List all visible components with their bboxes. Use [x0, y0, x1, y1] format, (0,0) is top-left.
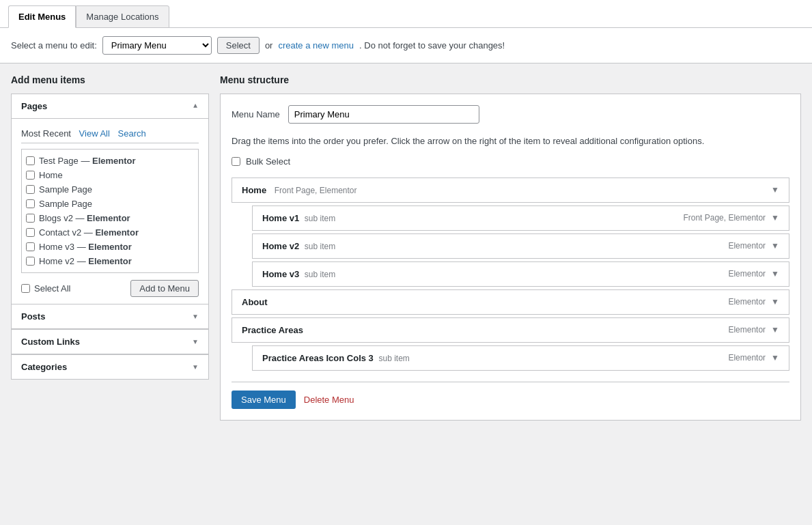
add-to-menu-button[interactable]: Add to Menu: [130, 280, 199, 297]
tab-most-recent[interactable]: Most Recent: [21, 126, 76, 143]
page-label-3[interactable]: Sample Page: [39, 199, 92, 209]
left-panel: Add menu items Pages ▼ Most Recent View …: [11, 74, 209, 421]
menu-name-input[interactable]: [288, 105, 479, 124]
home-v3-expand-icon[interactable]: ▼: [771, 269, 779, 279]
sub-item-home-v1-label: sub item: [305, 214, 335, 223]
posts-chevron-icon: ▼: [192, 313, 199, 320]
sub-item-practice-icon-left: Practice Areas Icon Cols 3 sub item: [262, 353, 410, 363]
posts-accordion-header[interactable]: Posts ▼: [12, 304, 208, 329]
about-type: Elementor: [728, 297, 766, 307]
list-item: Home: [25, 168, 195, 182]
menu-name-row: Menu Name: [232, 105, 789, 124]
tab-view-all[interactable]: View All: [76, 126, 115, 143]
menu-item-practice-areas-name: Practice Areas: [242, 325, 303, 335]
sub-item-home-v2[interactable]: Home v2 sub item Elementor ▼: [252, 233, 789, 259]
page-checkbox-1[interactable]: [26, 171, 35, 180]
list-item: Home v2 — Elementor: [25, 254, 195, 268]
menu-item-about[interactable]: About Elementor ▼: [232, 289, 789, 315]
menu-structure-box: Menu Name Drag the items into the order …: [220, 94, 801, 421]
pages-content: Most Recent View All Search Test Page — …: [12, 119, 208, 304]
page-label-1[interactable]: Home: [39, 170, 63, 180]
menu-item-practice-areas-left: Practice Areas: [242, 325, 303, 335]
sub-item-home-v2-left: Home v2 sub item: [262, 241, 335, 251]
menu-dropdown[interactable]: Primary Menu: [102, 36, 212, 55]
main-layout: Add menu items Pages ▼ Most Recent View …: [0, 63, 812, 431]
custom-links-chevron-icon: ▼: [192, 338, 199, 345]
page-label-7[interactable]: Home v2 — Elementor: [39, 256, 132, 266]
sub-item-home-v3[interactable]: Home v3 sub item Elementor ▼: [252, 261, 789, 287]
save-menu-button[interactable]: Save Menu: [232, 391, 296, 409]
or-text: or: [265, 40, 273, 51]
about-expand-icon[interactable]: ▼: [771, 297, 779, 307]
bulk-select-checkbox[interactable]: [232, 157, 240, 166]
sub-item-practice-areas-icon-cols[interactable]: Practice Areas Icon Cols 3 sub item Elem…: [252, 345, 789, 371]
menu-item-about-wrapper: About Elementor ▼: [232, 289, 789, 315]
menu-item-home-right: ▼: [771, 185, 779, 195]
pages-accordion-header[interactable]: Pages ▼: [12, 94, 208, 119]
menu-item-home-left: Home Front Page, Elementor: [242, 185, 356, 195]
sub-item-practice-icon-type: Elementor: [728, 353, 766, 363]
page-checkbox-7[interactable]: [26, 257, 35, 266]
menu-item-about-right: Elementor ▼: [728, 297, 779, 307]
sub-item-home-v1-left: Home v1 sub item: [262, 213, 335, 223]
menu-item-practice-areas-wrapper: Practice Areas Elementor ▼ Practice Area…: [232, 317, 789, 371]
menu-item-home-type: Front Page, Elementor: [275, 186, 357, 195]
page-checkbox-5[interactable]: [26, 228, 35, 237]
page-label-5[interactable]: Contact v2 — Elementor: [39, 227, 139, 238]
page-label-4[interactable]: Blogs v2 — Elementor: [39, 213, 130, 223]
list-item: Contact v2 — Elementor: [25, 225, 195, 240]
custom-links-accordion-header[interactable]: Custom Links ▼: [12, 330, 208, 354]
sub-item-home-v2-type: Elementor: [728, 241, 766, 251]
menu-item-home-row[interactable]: Home Front Page, Elementor ▼: [232, 178, 789, 203]
page-label-2[interactable]: Sample Page: [39, 184, 92, 195]
page-label-6[interactable]: Home v3 — Elementor: [39, 242, 132, 252]
categories-section: Categories ▼: [12, 355, 208, 379]
posts-title: Posts: [21, 311, 45, 322]
tab-search[interactable]: Search: [115, 126, 152, 143]
create-new-menu-link[interactable]: create a new menu: [278, 40, 354, 51]
tab-manage-locations[interactable]: Manage Locations: [76, 5, 169, 28]
sub-item-home-v3-label: sub item: [305, 270, 335, 279]
page-checkbox-2[interactable]: [26, 185, 35, 194]
sub-item-home-v3-right: Elementor ▼: [728, 269, 779, 279]
practice-icon-expand-icon[interactable]: ▼: [771, 353, 779, 363]
drag-instruction: Drag the items into the order you prefer…: [232, 134, 789, 148]
menu-structure-heading: Menu structure: [220, 74, 801, 85]
categories-accordion-header[interactable]: Categories ▼: [12, 355, 208, 379]
list-item: Test Page — Elementor: [25, 154, 195, 168]
home-v1-expand-icon[interactable]: ▼: [771, 213, 779, 223]
list-item: Sample Page: [25, 182, 195, 197]
select-all-text: Select All: [34, 283, 70, 294]
list-item: Home v3 — Elementor: [25, 240, 195, 254]
menu-item-home: Home Front Page, Elementor ▼ Home v1 sub…: [232, 178, 789, 287]
select-all-label[interactable]: Select All: [21, 283, 70, 294]
menu-footer: Save Menu Delete Menu: [232, 382, 789, 409]
top-tabs-bar: Edit Menus Manage Locations: [0, 0, 812, 28]
menu-item-about-left: About: [242, 297, 268, 307]
page-checkbox-4[interactable]: [26, 214, 35, 223]
home-v2-expand-icon[interactable]: ▼: [771, 241, 779, 251]
sub-item-home-v2-right: Elementor ▼: [728, 241, 779, 251]
posts-section: Posts ▼: [12, 304, 208, 330]
tab-edit-menus[interactable]: Edit Menus: [8, 5, 76, 28]
delete-menu-link[interactable]: Delete Menu: [304, 395, 354, 405]
sub-item-practice-icon-name: Practice Areas Icon Cols 3: [262, 353, 374, 363]
sub-item-practice-icon-right: Elementor ▼: [728, 353, 779, 363]
page-checkbox-6[interactable]: [26, 242, 35, 251]
sub-item-home-v3-type: Elementor: [728, 269, 766, 279]
sub-item-home-v1[interactable]: Home v1 sub item Front Page, Elementor ▼: [252, 205, 789, 231]
select-all-checkbox[interactable]: [21, 284, 30, 293]
home-sub-items: Home v1 sub item Front Page, Elementor ▼…: [252, 205, 789, 287]
select-all-row: Select All Add to Menu: [21, 280, 199, 297]
menu-item-practice-areas[interactable]: Practice Areas Elementor ▼: [232, 317, 789, 343]
page-checkbox-0[interactable]: [26, 156, 35, 165]
sub-item-home-v1-right: Front Page, Elementor ▼: [683, 213, 779, 223]
page-label-0[interactable]: Test Page — Elementor: [39, 156, 136, 166]
home-expand-icon[interactable]: ▼: [771, 185, 779, 195]
pages-title: Pages: [21, 101, 47, 111]
practice-areas-expand-icon[interactable]: ▼: [771, 325, 779, 335]
select-button[interactable]: Select: [217, 37, 260, 54]
sub-item-home-v1-type: Front Page, Elementor: [683, 213, 766, 223]
page-checkbox-3[interactable]: [26, 199, 35, 208]
sub-item-home-v2-label: sub item: [305, 242, 335, 251]
